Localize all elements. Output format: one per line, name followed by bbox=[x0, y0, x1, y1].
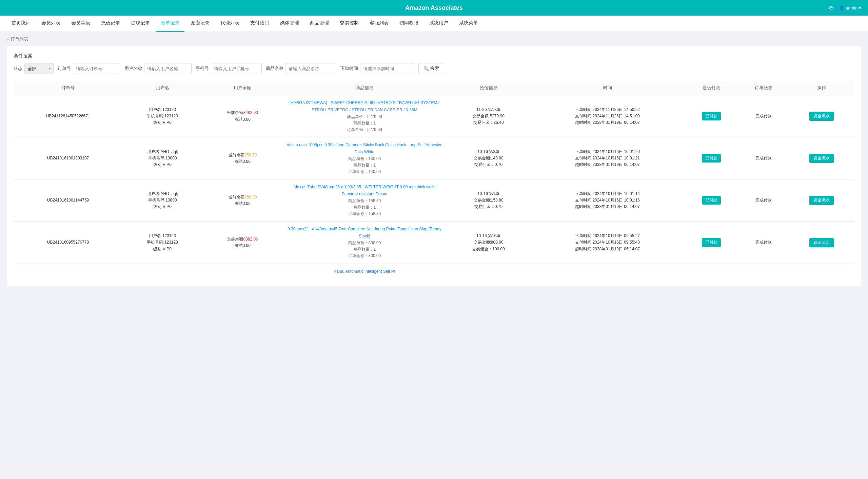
order-no-cell: UB2410160955276778 bbox=[14, 222, 122, 264]
status-select-wrapper[interactable]: 全部 已付款 未付款 完成付款 bbox=[24, 63, 54, 74]
search-button[interactable]: 🔍 搜索 bbox=[418, 63, 444, 74]
search-icon: 🔍 bbox=[423, 66, 429, 71]
col-product-info: 商品信息 bbox=[282, 81, 447, 95]
sidebar-item-recharge-record[interactable]: 充值记录 bbox=[96, 16, 125, 32]
action-button[interactable]: 资金流水 bbox=[809, 112, 834, 121]
order-no-cell: UB2410161001144759 bbox=[14, 179, 122, 222]
order-no-cell: UB24112614505226671 bbox=[14, 95, 122, 137]
table-body: UB24112614505226671用户名:123123手机号码:123123… bbox=[14, 95, 854, 279]
balance-cell bbox=[202, 264, 282, 279]
chevron-down-icon: ▾ bbox=[859, 5, 861, 11]
search-title: 条件搜索 bbox=[14, 53, 854, 59]
sidebar-item-access-control[interactable]: 访问权限 bbox=[395, 16, 423, 32]
search-section: 条件搜索 状态 全部 已付款 未付款 完成付款 订单号 用户名称 bbox=[14, 53, 854, 74]
order-status-cell: 完成付款 bbox=[738, 137, 789, 179]
order-no-label: 订单号 bbox=[58, 65, 71, 72]
status-select[interactable]: 全部 已付款 未付款 完成付款 bbox=[24, 63, 54, 74]
top-header: Amazon Associates ⟳ 👤 admin ▾ bbox=[0, 0, 868, 16]
paid-cell: 已付款 bbox=[685, 137, 738, 179]
sidebar-item-member-level[interactable]: 会员等级 bbox=[66, 16, 95, 32]
table-header: 订单号 用户名 用户余额 商品信息 抢信信息 时间 是否付款 订单状态 操作 bbox=[14, 81, 854, 95]
paid-badge: 已付款 bbox=[702, 196, 721, 205]
username-cell bbox=[122, 264, 202, 279]
paid-cell: 已付款 bbox=[685, 95, 738, 137]
paid-cell: 已付款 bbox=[685, 222, 738, 264]
balance-cell: 当前余额8382.06冻结0.00 bbox=[202, 222, 282, 264]
action-cell bbox=[789, 264, 854, 279]
col-grab-info: 抢信信息 bbox=[447, 81, 531, 95]
time-input[interactable] bbox=[360, 63, 414, 74]
time-cell bbox=[530, 264, 684, 279]
product-input[interactable] bbox=[285, 63, 336, 74]
product-link[interactable]: 0.30mmx2" - 4"x40matax45.7mtr Complete N… bbox=[288, 227, 441, 238]
time-cell: 下单时间:2024年11月26日 14:50:52支付时间:2024年11月26… bbox=[530, 95, 684, 137]
order-no-field: 订单号 bbox=[58, 63, 120, 74]
col-order-no: 订单号 bbox=[14, 81, 122, 95]
col-username: 用户名 bbox=[122, 81, 202, 95]
header-right: ⟳ 👤 admin ▾ bbox=[829, 5, 861, 11]
product-link[interactable]: Velcro dots 1008pcs 0.39in 1cm Diameter … bbox=[287, 142, 442, 154]
table-row: Kamu Automatic Intelligent Self Pr bbox=[14, 264, 854, 279]
balance-cell: 当前余额8482.00冻结0.00 bbox=[202, 95, 282, 137]
action-cell: 资金流水 bbox=[789, 222, 854, 264]
search-row: 状态 全部 已付款 未付款 完成付款 订单号 用户名称 bbox=[14, 63, 854, 74]
product-label: 商品名称 bbox=[266, 65, 283, 72]
col-action: 操作 bbox=[789, 81, 854, 95]
col-time: 时间 bbox=[530, 81, 684, 95]
refresh-icon[interactable]: ⟳ bbox=[829, 5, 833, 11]
breadcrumb-label: 订单列表 bbox=[11, 36, 28, 42]
order-no-input[interactable] bbox=[73, 63, 120, 74]
user-icon: 👤 bbox=[839, 5, 846, 11]
order-no-cell bbox=[14, 264, 122, 279]
sidebar-item-product-management[interactable]: 商品管理 bbox=[305, 16, 334, 32]
table-row: UB2410161001144759用户名:AHD_aqlj手机号码:13800… bbox=[14, 179, 854, 222]
product-link[interactable]: [HARGA ISTIMEWA] - SWEET CHERRY GL600 VE… bbox=[290, 100, 440, 112]
col-order-status: 订单状态 bbox=[738, 81, 789, 95]
sidebar-item-withdraw-record[interactable]: 提现记录 bbox=[126, 16, 155, 32]
phone-input[interactable] bbox=[211, 63, 262, 74]
grab-info-cell bbox=[447, 264, 531, 279]
grab-info-cell: 10-16 第16单交易金额:800.00交易佣金：100.00 bbox=[447, 222, 531, 264]
action-button[interactable]: 资金流水 bbox=[809, 154, 834, 163]
paid-cell bbox=[685, 264, 738, 279]
product-cell: Velcro dots 1008pcs 0.39in 1cm Diameter … bbox=[282, 137, 447, 179]
sidebar-item-media-management[interactable]: 媒体管理 bbox=[275, 16, 304, 32]
sidebar-item-customer-service[interactable]: 客服列表 bbox=[365, 16, 393, 32]
product-cell: Kamu Automatic Intelligent Self Pr bbox=[282, 264, 447, 279]
sidebar-item-agent-list[interactable]: 代理列表 bbox=[216, 16, 244, 32]
username-label: 用户名称 bbox=[124, 65, 142, 72]
action-button[interactable]: 资金流水 bbox=[809, 238, 834, 247]
table-row: UB2410161001203107用户名:AHD_aqlj手机号码:13800… bbox=[14, 137, 854, 179]
time-label: 下单时间 bbox=[340, 65, 358, 72]
sidebar-item-member-list[interactable]: 会员列表 bbox=[37, 16, 65, 32]
sidebar-item-account-change[interactable]: 账变记录 bbox=[186, 16, 214, 32]
breadcrumb: » 订单列表 bbox=[0, 32, 868, 46]
time-cell: 下单时间:2024年10月16日 10:01:14支付时间:2024年10月16… bbox=[530, 179, 684, 222]
order-table: 订单号 用户名 用户余额 商品信息 抢信信息 时间 是否付款 订单状态 操作 U… bbox=[14, 81, 854, 279]
time-cell: 下单时间:2024年10月16日 10:01:20支付时间:2024年10月16… bbox=[530, 137, 684, 179]
sidebar-item-system-menu[interactable]: 系统菜单 bbox=[454, 16, 483, 32]
table-row: UB2410160955276778用户名:123123手机号码:123123级… bbox=[14, 222, 854, 264]
nav-bar: 首页统计 会员列表 会员等级 充值记录 提现记录 抢单记录 账变记录 代理列表 … bbox=[0, 16, 868, 32]
order-status-cell bbox=[738, 264, 789, 279]
sidebar-item-transaction-control[interactable]: 交易控制 bbox=[335, 16, 363, 32]
order-status-cell: 完成付款 bbox=[738, 95, 789, 137]
sidebar-item-payment-interface[interactable]: 支付接口 bbox=[245, 16, 274, 32]
username-input[interactable] bbox=[144, 63, 192, 74]
sidebar-item-home-stats[interactable]: 首页统计 bbox=[7, 16, 35, 32]
phone-label: 手机号 bbox=[196, 65, 209, 72]
app-title: Amazon Associates bbox=[405, 4, 462, 12]
action-button[interactable]: 资金流水 bbox=[809, 196, 834, 205]
username-cell: 用户名:AHD_aqlj手机号码:13800级别:VIP0 bbox=[122, 179, 202, 222]
admin-label: 👤 admin ▾ bbox=[839, 5, 861, 11]
sidebar-item-order-record[interactable]: 抢单记录 bbox=[156, 16, 184, 32]
paid-badge: 已付款 bbox=[702, 154, 721, 162]
sidebar-item-system-users[interactable]: 系统用户 bbox=[425, 16, 453, 32]
product-link[interactable]: Maxxis Tube FV48mm 26 x 1.90/2.35 - WELT… bbox=[294, 185, 435, 196]
username-field: 用户名称 bbox=[124, 63, 192, 74]
product-cell: [HARGA ISTIMEWA] - SWEET CHERRY GL600 VE… bbox=[282, 95, 447, 137]
breadcrumb-prefix: » bbox=[7, 37, 9, 42]
action-cell: 资金流水 bbox=[789, 137, 854, 179]
order-status-cell: 完成付款 bbox=[738, 179, 789, 222]
product-link[interactable]: Kamu Automatic Intelligent Self Pr bbox=[334, 269, 395, 274]
